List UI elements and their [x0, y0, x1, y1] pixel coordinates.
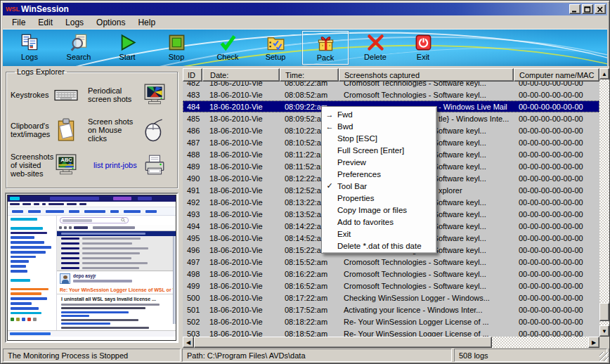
- menu-item-label: Delete *.dat of this date: [337, 242, 422, 250]
- monitor-icon[interactable]: [143, 83, 167, 107]
- search-icon: [121, 218, 126, 223]
- cell-date: 18-06-2010-Vie: [202, 186, 280, 195]
- toolbar-button-delete[interactable]: Delete: [352, 31, 398, 65]
- cell-mac: 00-00-00-00-00-00: [514, 330, 599, 337]
- toolbar-button-search[interactable]: Search: [56, 31, 102, 65]
- table-row[interactable]: 50118-06-2010-Vie08:17:52:amActivating y…: [183, 304, 599, 316]
- menu-file[interactable]: File: [6, 16, 32, 29]
- explorer-item-keystrokes[interactable]: Keystrokes: [11, 91, 54, 99]
- toolbar-button-stop[interactable]: Stop: [153, 31, 200, 65]
- explorer-item-mouse-screenshots[interactable]: Screen shots on Mouse clicks: [84, 117, 143, 143]
- cell-id: 486: [183, 126, 202, 135]
- cell-id: 482: [183, 82, 202, 87]
- toolbar-button-pack[interactable]: Pack: [302, 31, 349, 65]
- menu-item-label: Preview: [337, 158, 366, 167]
- cell-mac: 00-00-00-00-00-00: [514, 222, 599, 230]
- explorer-item-print-jobs[interactable]: list print-jobs: [84, 161, 143, 169]
- explorer-item-clipboard[interactable]: Clipboard's text/images: [11, 122, 54, 138]
- menu-edit[interactable]: Edit: [32, 16, 59, 29]
- status-path: Path: C:\Program Files\ AVDs\data: [182, 349, 452, 362]
- preview-message-row: [57, 251, 176, 256]
- menu-logs[interactable]: Logs: [59, 16, 90, 29]
- preview-body-bars: [61, 304, 176, 329]
- menu-item-delete-dat-of-this-date[interactable]: Delete *.dat of this date: [322, 240, 436, 252]
- preview-folder-sidebar: [8, 216, 57, 330]
- cell-id: 500: [183, 294, 202, 302]
- preview-text-bar: [79, 203, 86, 206]
- scroll-down-icon[interactable]: ▼: [599, 325, 609, 337]
- toolbar-button-exit[interactable]: Exit: [400, 31, 446, 65]
- menu-item-stop-esc[interactable]: Stop [ESC]: [322, 132, 436, 144]
- menu-item-exit[interactable]: Exit: [322, 228, 436, 240]
- menu-item-add-to-favorites[interactable]: Add to favorites: [322, 216, 436, 228]
- toolbar-button-setup[interactable]: Setup: [252, 31, 299, 65]
- menu-options[interactable]: Options: [90, 16, 131, 29]
- menu-item-bwd[interactable]: ←Bwd: [322, 120, 436, 132]
- logs-icon: [20, 33, 39, 52]
- menu-item-full-screen-enter[interactable]: Full Screen [Enter]: [322, 144, 436, 156]
- scroll-left-icon[interactable]: ◀: [183, 337, 194, 348]
- cell-date: 18-06-2010-Vie: [202, 258, 280, 266]
- preview-message-row: [57, 246, 176, 251]
- mouse-icon[interactable]: [143, 118, 167, 142]
- clipboard-icon[interactable]: [54, 118, 78, 142]
- explorer-item-websites[interactable]: Screenshots of visited web-sites: [11, 152, 54, 178]
- window-title: WinSession: [21, 4, 69, 14]
- column-header-computer-mac[interactable]: Computer name/MAC: [514, 68, 599, 82]
- toolbar-button-check[interactable]: Check: [205, 31, 251, 65]
- menu-help[interactable]: Help: [131, 16, 162, 29]
- table-row[interactable]: 48218-06-2010-Vie08:08:22:amCromosoft Te…: [183, 82, 599, 89]
- vertical-scroll-thumb[interactable]: [599, 303, 609, 321]
- scroll-right-icon[interactable]: ▶: [588, 337, 599, 348]
- table-row[interactable]: 49918-06-2010-Vie08:16:52:amCromosoft Te…: [183, 280, 599, 292]
- preview-text-bar: [11, 297, 47, 300]
- vertical-scroll-track[interactable]: [599, 79, 609, 325]
- column-header-id[interactable]: ID: [183, 68, 202, 82]
- resize-grip[interactable]: [599, 352, 609, 361]
- table-row[interactable]: 48318-06-2010-Vie08:08:52:amCromosoft Te…: [183, 89, 599, 100]
- cell-id: 492: [183, 198, 202, 207]
- menu-item-copy-image-or-files[interactable]: Copy Image or files: [322, 204, 436, 216]
- preview-text-bar: [27, 318, 31, 321]
- web-monitor-icon[interactable]: [54, 153, 78, 177]
- cell-mac: 00-00-00-00-00-00: [514, 234, 599, 242]
- preview-text-bar: [82, 267, 139, 269]
- menu-item-tool-bar[interactable]: ✓Tool Bar: [322, 180, 436, 192]
- column-header-time[interactable]: Time:: [280, 68, 339, 82]
- table-row[interactable]: 50218-06-2010-Vie08:18:22:amRe- Your Win…: [183, 316, 599, 327]
- printer-icon[interactable]: [143, 153, 167, 177]
- toolbar-button-logs[interactable]: Logs: [6, 31, 53, 65]
- scroll-up-icon[interactable]: ▲: [599, 68, 609, 79]
- close-button[interactable]: [595, 4, 606, 14]
- cell-id: 489: [183, 162, 202, 171]
- preview-message-row: [57, 261, 176, 266]
- cell-date: 18-06-2010-Vie: [202, 222, 280, 230]
- column-header-date[interactable]: Date:: [202, 68, 280, 82]
- screenshot-preview-pane[interactable]: depo asyjr Re: Your WinSession Logger Li…: [5, 193, 179, 343]
- cell-date: 18-06-2010-Vie: [202, 282, 280, 290]
- preview-text-line: [61, 327, 176, 329]
- menu-item-properties[interactable]: Properties: [322, 192, 436, 204]
- checkmark-icon: ✓: [322, 181, 337, 190]
- table-row[interactable]: 50018-06-2010-Vie08:17:22:amChecking Win…: [183, 292, 599, 304]
- table-row[interactable]: 49718-06-2010-Vie08:15:52:amCromosoft Te…: [183, 256, 599, 268]
- minimize-button[interactable]: [569, 4, 580, 14]
- horizontal-scroll-thumb[interactable]: [194, 337, 492, 348]
- column-header-screenshots[interactable]: Screenshots captured: [339, 68, 514, 82]
- table-row[interactable]: 50318-06-2010-Vie08:18:52:amRe- Your Win…: [183, 327, 599, 337]
- explorer-item-periodical-screenshots[interactable]: Periodical screen shots: [84, 86, 143, 103]
- table-row[interactable]: 49818-06-2010-Vie08:16:22:amCromosoft Te…: [183, 268, 599, 280]
- menu-item-fwd[interactable]: →Fwd: [322, 108, 436, 120]
- cell-mac: 00-00-00-00-00-00: [514, 282, 599, 290]
- menu-item-preferences[interactable]: Preferences: [322, 168, 436, 180]
- keyboard-icon[interactable]: [54, 83, 78, 107]
- preview-mail-body: I uninstall all WSL says Invalid license…: [57, 294, 176, 330]
- preview-text-bar: [64, 226, 67, 229]
- cell-time: 08:17:52:am: [280, 306, 339, 314]
- menu-item-preview[interactable]: Preview: [322, 156, 436, 168]
- toolbar-button-start[interactable]: Start: [104, 31, 150, 65]
- preview-text-bar: [11, 292, 41, 295]
- toolbar-button-label: Search: [67, 53, 91, 61]
- preview-message-row: [57, 266, 176, 271]
- maximize-button[interactable]: [582, 4, 593, 14]
